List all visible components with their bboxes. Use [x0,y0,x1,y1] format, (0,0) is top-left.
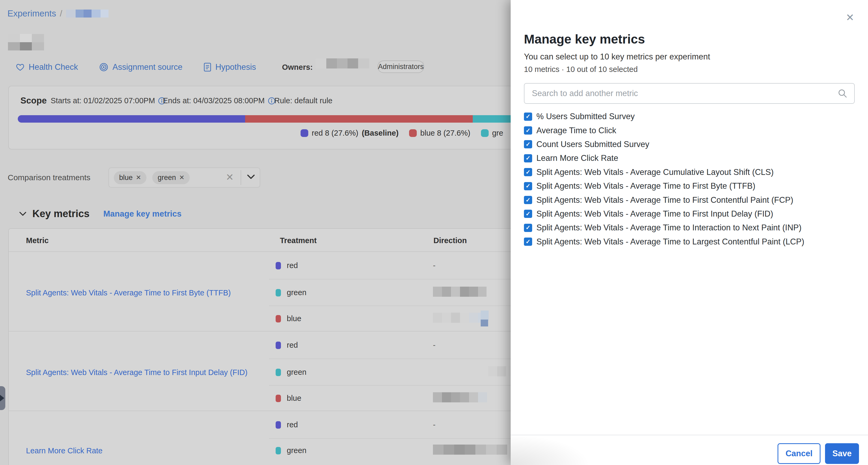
metric-label: Learn More Click Rate [536,153,618,163]
key-metrics-header: Key metrics Manage key metrics [19,208,182,220]
direction-value: - [433,261,436,270]
checkbox-checked-icon[interactable]: ✓ [524,126,532,135]
redacted-highlight-square [481,320,488,326]
metric-label: Split Agents: Web Vitals - Average Cumul… [536,168,774,177]
metrics-checkbox-list: ✓ % Users Submitted Survey ✓ Average Tim… [524,110,861,249]
checkbox-checked-icon[interactable]: ✓ [524,182,532,190]
treatment-cell: red [276,341,298,350]
close-icon[interactable]: ✕ [846,12,854,23]
metric-row[interactable]: ✓ Split Agents: Web Vitals - Average Tim… [524,193,861,207]
heart-icon [16,63,24,71]
clear-selection-icon[interactable]: ✕ [226,172,234,183]
metric-row[interactable]: ✓ Count Users Submitted Survey [524,138,861,151]
manage-key-metrics-drawer: ✕ Manage key metrics You can select up t… [511,0,868,465]
tab-hypothesis[interactable]: Hypothesis [204,62,256,72]
chevron-down-icon[interactable] [247,174,255,179]
metric-label: Average Time to Click [536,126,616,135]
chip-green[interactable]: green ✕ [152,171,190,184]
metric-label: Split Agents: Web Vitals - Average Time … [536,181,755,191]
metric-label: Split Agents: Web Vitals - Average Time … [536,223,801,233]
metric-link-learn-more[interactable]: Learn More Click Rate [26,446,251,455]
checkbox-checked-icon[interactable]: ✓ [524,113,532,121]
treatment-dot-blue [276,315,281,322]
cancel-button[interactable]: Cancel [778,443,820,464]
chip-remove-icon[interactable]: ✕ [179,174,184,181]
column-header-direction: Direction [433,236,467,245]
treatment-cell: green [276,446,306,455]
treatment-dot-green [276,289,281,296]
document-icon [204,63,211,72]
collapse-chevron-icon[interactable] [19,211,27,216]
chip-remove-icon[interactable]: ✕ [136,174,141,181]
metric-link-ttfb[interactable]: Split Agents: Web Vitals - Average Time … [26,289,251,297]
drawer-footer: Cancel Save [511,435,868,465]
checkbox-checked-icon[interactable]: ✓ [524,196,532,204]
select-divider [241,170,241,185]
treatment-cell: blue [276,314,301,323]
treatment-dot-blue [276,395,281,402]
breadcrumb-separator: / [60,8,62,19]
direction-redacted [433,287,487,297]
experiment-title-redacted [8,34,44,51]
sidebar-expand-handle[interactable] [0,386,5,410]
checkbox-checked-icon[interactable]: ✓ [524,210,532,218]
column-header-treatment: Treatment [280,236,317,245]
checkbox-checked-icon[interactable]: ✓ [524,237,532,246]
key-metrics-table: Metric Treatment Direction Split Agents:… [8,228,528,465]
comparison-treatments-select[interactable]: blue ✕ green ✕ ✕ [108,168,260,187]
checkbox-checked-icon[interactable]: ✓ [524,224,532,232]
metric-row[interactable]: ✓ Split Agents: Web Vitals - Average Tim… [524,207,861,221]
metric-search-box [524,83,855,104]
footer-shade [511,435,590,465]
tab-health-check[interactable]: Health Check [16,62,78,72]
target-icon [99,63,108,72]
breadcrumb-experiments-link[interactable]: Experiments [7,8,56,19]
tab-bar: Health Check Assignment source Hypothesi… [16,60,256,74]
direction-redacted [433,392,487,402]
metric-link-fid[interactable]: Split Agents: Web Vitals - Average Time … [26,368,251,377]
tab-assignment-source[interactable]: Assignment source [99,62,183,72]
metric-row[interactable]: ✓ Average Time to Click [524,123,861,137]
search-icon[interactable] [838,89,847,98]
tab-label: Health Check [29,62,78,72]
metric-label: Split Agents: Web Vitals - Average Time … [536,209,773,219]
metric-row[interactable]: ✓ Split Agents: Web Vitals - Average Tim… [524,179,861,193]
checkbox-checked-icon[interactable]: ✓ [524,140,532,148]
legend-item-blue: blue 8 (27.6%) [409,129,470,138]
legend-item-red: red 8 (27.6%) (Baseline) [301,129,399,138]
treatment-allocation-bar [18,115,521,123]
allocation-segment-red [18,115,245,123]
checkbox-checked-icon[interactable]: ✓ [524,154,532,163]
breadcrumb: Experiments / [7,8,108,19]
legend-swatch [481,129,489,137]
scope-card: Scope Starts at: 01/02/2025 07:00PM Ends… [8,86,528,149]
scope-title: Scope [21,95,47,106]
metric-label: % Users Submitted Survey [536,112,634,121]
key-metrics-title: Key metrics [32,208,89,220]
metric-row[interactable]: ✓ Split Agents: Web Vitals - Average Tim… [524,235,861,249]
drawer-subtitle: You can select up to 10 key metrics per … [524,52,710,62]
direction-redacted [433,313,487,323]
tab-label: Hypothesis [215,62,256,72]
treatment-cell: green [276,368,306,377]
direction-value: - [433,341,436,350]
manage-key-metrics-link[interactable]: Manage key metrics [103,209,182,219]
metric-label: Split Agents: Web Vitals - Average Time … [536,195,793,205]
scope-rule: Rule: default rule [274,96,332,105]
treatment-dot-red [276,262,281,269]
metric-row[interactable]: ✓ Learn More Click Rate [524,151,861,165]
metric-row[interactable]: ✓ Split Agents: Web Vitals - Average Cum… [524,165,861,179]
treatment-cell: green [276,288,306,297]
treatment-dot-green [276,369,281,376]
checkbox-checked-icon[interactable]: ✓ [524,168,532,176]
chip-blue[interactable]: blue ✕ [114,171,147,184]
metric-row[interactable]: ✓ % Users Submitted Survey [524,110,861,123]
administrators-badge: Administrators [377,60,424,73]
metric-search-input[interactable] [524,89,838,98]
metric-row[interactable]: ✓ Split Agents: Web Vitals - Average Tim… [524,221,861,235]
treatment-dot-red [276,342,281,349]
metric-label: Split Agents: Web Vitals - Average Time … [536,237,804,246]
legend-swatch [409,129,417,137]
allocation-segment-blue [245,115,473,123]
save-button[interactable]: Save [825,443,859,464]
